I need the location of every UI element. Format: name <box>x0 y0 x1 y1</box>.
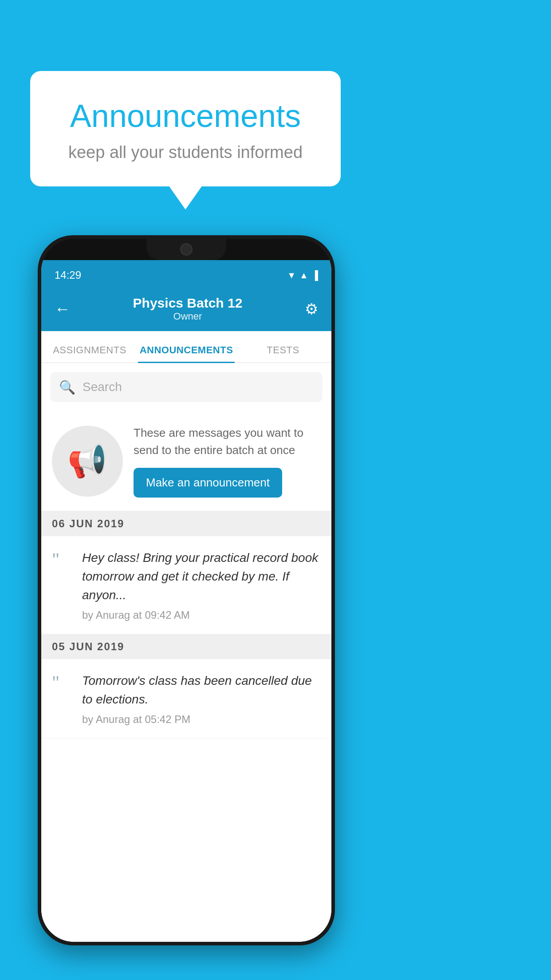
make-announcement-button[interactable]: Make an announcement <box>134 468 282 498</box>
back-button[interactable]: ← <box>55 300 71 318</box>
tab-assignments[interactable]: ASSIGNMENTS <box>41 344 138 362</box>
app-bar-title-wrap: Physics Batch 12 Owner <box>133 296 243 322</box>
megaphone-circle: 📢 <box>52 426 123 497</box>
app-bar: ← Physics Batch 12 Owner ⚙ <box>41 287 331 331</box>
settings-icon[interactable]: ⚙ <box>305 300 318 318</box>
phone-inner: 14:29 ▼ ▲ ▐ ← Physics Batch 12 Owner ⚙ A… <box>41 239 331 942</box>
quote-icon-2: " <box>52 673 73 692</box>
megaphone-icon: 📢 <box>67 442 107 480</box>
content-area: 🔍 Search 📢 These are messages you want t… <box>41 363 331 942</box>
speech-bubble-title: Announcements <box>52 98 319 134</box>
announcement-meta-2: by Anurag at 05:42 PM <box>82 713 321 726</box>
phone-frame: 14:29 ▼ ▲ ▐ ← Physics Batch 12 Owner ⚙ A… <box>38 235 335 945</box>
announcement-item-1[interactable]: " Hey class! Bring your practical record… <box>41 536 331 634</box>
announcement-content-2: Tomorrow's class has been cancelled due … <box>82 672 321 726</box>
tabs-bar: ASSIGNMENTS ANNOUNCEMENTS TESTS <box>41 331 331 363</box>
app-bar-subtitle: Owner <box>133 311 243 322</box>
status-time: 14:29 <box>55 269 81 281</box>
phone-camera <box>180 243 193 256</box>
announcement-prompt: 📢 These are messages you want to send to… <box>41 411 331 511</box>
phone-notch <box>146 239 226 260</box>
prompt-text: These are messages you want to send to t… <box>134 424 321 459</box>
app-bar-title: Physics Batch 12 <box>133 296 243 311</box>
search-icon: 🔍 <box>59 379 75 395</box>
date-header-1: 06 JUN 2019 <box>41 511 331 536</box>
status-icons: ▼ ▲ ▐ <box>287 270 318 281</box>
tab-tests[interactable]: TESTS <box>235 344 331 362</box>
quote-icon-1: " <box>52 550 73 569</box>
announcement-text-2: Tomorrow's class has been cancelled due … <box>82 672 321 709</box>
signal-icon: ▲ <box>299 270 308 281</box>
announcement-meta-1: by Anurag at 09:42 AM <box>82 609 321 621</box>
phone-screen: 14:29 ▼ ▲ ▐ ← Physics Batch 12 Owner ⚙ A… <box>41 260 331 942</box>
wifi-icon: ▼ <box>287 270 296 281</box>
date-header-2: 05 JUN 2019 <box>41 634 331 659</box>
announcement-item-2[interactable]: " Tomorrow's class has been cancelled du… <box>41 659 331 739</box>
speech-bubble: Announcements keep all your students inf… <box>30 71 341 186</box>
status-bar: 14:29 ▼ ▲ ▐ <box>41 260 331 287</box>
prompt-right: These are messages you want to send to t… <box>134 424 321 498</box>
battery-icon: ▐ <box>312 270 318 281</box>
speech-bubble-subtitle: keep all your students informed <box>52 143 319 162</box>
tab-announcements[interactable]: ANNOUNCEMENTS <box>138 344 235 362</box>
announcement-text-1: Hey class! Bring your practical record b… <box>82 549 321 605</box>
announcement-content-1: Hey class! Bring your practical record b… <box>82 549 321 621</box>
search-placeholder: Search <box>83 380 122 394</box>
search-bar[interactable]: 🔍 Search <box>50 372 323 402</box>
